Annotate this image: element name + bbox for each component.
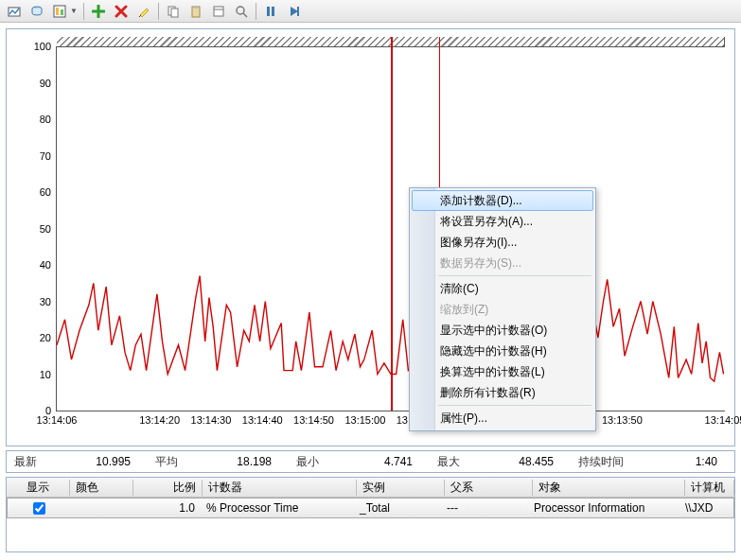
col-counter[interactable]: 计数器 — [203, 480, 357, 496]
y-tick: 90 — [13, 78, 57, 89]
svg-rect-13 — [297, 7, 299, 16]
col-instance[interactable]: 实例 — [357, 480, 445, 496]
menu-item[interactable]: 删除所有计数器(R) — [412, 382, 593, 403]
view-icon[interactable] — [49, 1, 70, 22]
row-parent: --- — [441, 501, 528, 515]
legend-table: 显示 颜色 比例 计数器 实例 父系 对象 计算机 1.0 % Processo… — [6, 477, 735, 552]
stat-last-value: 10.995 — [37, 455, 148, 468]
chart-area[interactable]: 010203040506070809010013:14:0613:14:2013… — [6, 28, 735, 446]
stats-bar: 最新 10.995 平均 18.198 最小 4.741 最大 48.455 持… — [6, 450, 735, 473]
toolbar: ▼ — [0, 0, 741, 23]
y-tick: 70 — [13, 150, 57, 162]
x-tick: 13:14:20 — [139, 411, 180, 426]
row-instance: _Total — [354, 501, 441, 515]
stat-dur-label: 持续时间 — [571, 454, 624, 470]
x-tick: 13:14:30 — [191, 411, 232, 426]
row-computer: \\JXD — [679, 501, 733, 515]
svg-rect-12 — [272, 7, 274, 16]
y-tick: 80 — [13, 114, 57, 125]
menu-item[interactable]: 隐藏选中的计数器(H) — [412, 341, 593, 361]
freeze-icon[interactable] — [260, 1, 281, 22]
row-counter: % Processor Time — [201, 501, 354, 515]
zoom-icon[interactable] — [231, 1, 252, 22]
y-tick: 30 — [13, 296, 57, 307]
col-show[interactable]: 显示 — [7, 480, 70, 496]
menu-item[interactable]: 属性(P)... — [412, 408, 593, 429]
svg-rect-6 — [171, 9, 178, 17]
svg-rect-2 — [54, 6, 65, 17]
chevron-down-icon[interactable]: ▼ — [68, 7, 79, 15]
paste-icon[interactable] — [185, 1, 206, 22]
svg-rect-8 — [194, 6, 198, 9]
col-color[interactable]: 颜色 — [70, 480, 133, 496]
stat-dur-value: 1:40 — [624, 455, 734, 468]
x-tick: 13:15:00 — [344, 411, 385, 426]
y-tick: 50 — [13, 223, 57, 235]
svg-rect-3 — [56, 8, 59, 15]
menu-item[interactable]: 显示选中的计数器(O) — [412, 320, 593, 341]
menu-item[interactable]: 图像另存为(I)... — [412, 232, 593, 253]
stat-min-value: 4.741 — [319, 455, 430, 468]
y-tick: 20 — [13, 332, 57, 343]
menu-separator — [438, 405, 591, 406]
col-scale[interactable]: 比例 — [133, 480, 203, 496]
row-show-checkbox[interactable] — [33, 502, 45, 515]
menu-item[interactable]: 清除(C) — [412, 278, 593, 299]
context-menu: 添加计数器(D)...将设置另存为(A)...图像另存为(I)...数据另存为(… — [409, 187, 596, 431]
menu-separator — [438, 275, 591, 276]
chart-canvas: 010203040506070809010013:14:0613:14:2013… — [56, 46, 725, 411]
x-tick: 13:14:06 — [37, 411, 78, 426]
svg-point-10 — [237, 7, 244, 14]
delete-icon[interactable] — [111, 1, 132, 22]
x-tick: 13:14:50 — [293, 411, 334, 426]
y-tick: 40 — [13, 259, 57, 271]
y-tick: 60 — [13, 186, 57, 198]
row-object: Processor Information — [528, 501, 679, 515]
chart-type-icon[interactable] — [4, 1, 25, 22]
svg-rect-11 — [267, 7, 270, 16]
x-tick: 13:14:40 — [242, 411, 283, 426]
x-tick: 13:13:50 — [602, 411, 643, 426]
highlight-icon[interactable] — [133, 1, 154, 22]
toolbar-separator — [83, 3, 84, 20]
stat-max-label: 最大 — [430, 454, 460, 470]
stat-min-label: 最小 — [289, 454, 319, 470]
svg-rect-9 — [214, 7, 223, 16]
menu-item: 数据另存为(S)... — [412, 253, 593, 273]
menu-item[interactable]: 换算选中的计数器(L) — [412, 361, 593, 382]
stat-avg-value: 18.198 — [178, 455, 289, 468]
add-icon[interactable] — [88, 1, 109, 22]
stat-max-value: 48.455 — [460, 455, 571, 468]
table-row[interactable]: 1.0 % Processor Time _Total --- Processo… — [7, 498, 734, 518]
y-tick: 10 — [13, 369, 57, 380]
row-scale: 1.0 — [132, 501, 201, 515]
col-parent[interactable]: 父系 — [445, 480, 533, 496]
svg-rect-4 — [61, 9, 63, 15]
y-tick: 100 — [13, 41, 57, 52]
toolbar-separator — [158, 3, 159, 20]
stat-last-label: 最新 — [7, 454, 37, 470]
menu-item: 缩放到(Z) — [412, 299, 593, 320]
properties-icon[interactable] — [208, 1, 229, 22]
menu-item[interactable]: 添加计数器(D)... — [412, 190, 593, 211]
x-tick: 13:14:05 — [705, 411, 741, 426]
legend-header: 显示 颜色 比例 计数器 实例 父系 对象 计算机 — [7, 478, 734, 498]
data-source-icon[interactable] — [26, 1, 47, 22]
stat-avg-label: 平均 — [148, 454, 178, 470]
update-icon[interactable] — [283, 1, 304, 22]
menu-item[interactable]: 将设置另存为(A)... — [412, 211, 593, 232]
copy-icon[interactable] — [163, 1, 184, 22]
col-computer[interactable]: 计算机 — [685, 480, 734, 496]
toolbar-separator — [256, 3, 256, 20]
series-line — [57, 46, 725, 411]
col-object[interactable]: 对象 — [533, 480, 685, 496]
